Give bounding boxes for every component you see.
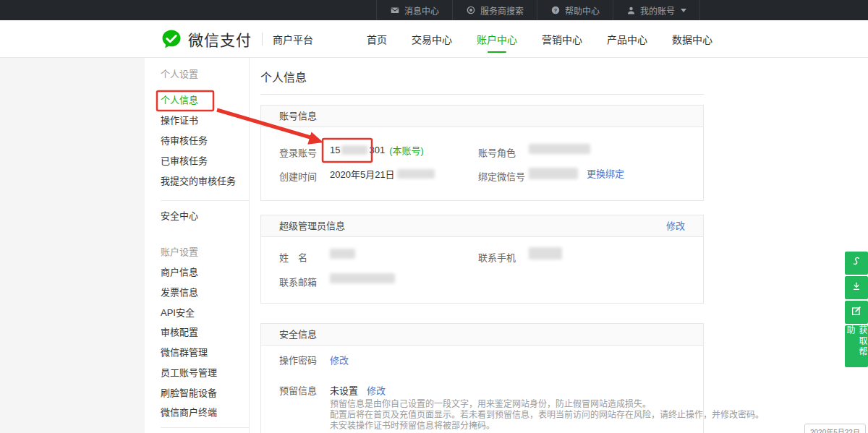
svg-text:?: ? (554, 8, 557, 13)
download-button[interactable] (845, 276, 868, 299)
sidebar-item-api-security[interactable]: API安全 (161, 308, 195, 318)
sidebar-item-personal-info[interactable]: 个人信息 (161, 95, 198, 106)
redacted-phone (529, 247, 562, 260)
sidebar-section-account-settings: 账户设置 (161, 247, 198, 257)
hotline-button[interactable] (845, 252, 868, 275)
floating-toolbar: 获取帮助 (845, 252, 868, 367)
rebind-link[interactable]: 更换绑定 (587, 166, 624, 180)
nav-label: 交易中心 (412, 32, 452, 46)
sidebar-item-review-config[interactable]: 审核配置 (161, 327, 198, 338)
date-badge: 2020年5月22日 (804, 424, 866, 433)
sidebar-item-wechat-merchant-terminal[interactable]: 微信商户终端 (161, 408, 217, 418)
brand-block: 微信支付 商户平台 (161, 20, 313, 58)
name-value (330, 249, 355, 259)
super-admin-card-header: 超级管理员信息 修改 (261, 215, 703, 237)
main-header: 微信支付 商户平台 首页 交易中心 账户中心 营销中心 产品中心 数据中心 (0, 20, 868, 58)
sidebar-divider (161, 200, 249, 201)
contact-phone-value (529, 247, 562, 260)
reserved-modify-link[interactable]: 修改 (367, 383, 386, 397)
redacted-created-time (397, 169, 435, 179)
super-admin-card: 超级管理员信息 修改 姓 名 联系手机 联系邮箱 (260, 215, 704, 304)
sidebar-item-security-center[interactable]: 安全中心 (161, 211, 198, 221)
operation-password-value: 修改 (330, 353, 349, 366)
redacted-wechat-id (529, 168, 578, 179)
chevron-down-icon (681, 9, 686, 12)
get-help-button[interactable]: 获取帮助 (845, 325, 868, 367)
contact-email-value (330, 273, 395, 283)
nav-item-home[interactable]: 首页 (367, 20, 387, 58)
sidebar-divider (161, 427, 249, 428)
topbar-item-help-center[interactable]: ? 帮助中心 (537, 0, 613, 20)
created-time-label: 创建时间 (279, 169, 317, 183)
bound-wechat-label: 绑定微信号 (478, 169, 525, 183)
merchant-platform-page: 消息中心 服务商搜索 ? 帮助中心 我的账号 微信支付 商户平台 (0, 0, 868, 433)
redacted-login-middle (341, 145, 367, 155)
sidebar-section-personal-settings: 个人设置 (161, 69, 198, 80)
feedback-button[interactable] (845, 301, 868, 324)
reserved-info-desc-line: 预留信息是由你自己设置的一段文字，用来鉴定网站身份，防止假冒网站造成损失。 (330, 399, 651, 410)
redacted-email (330, 273, 395, 283)
nav-item-transaction-center[interactable]: 交易中心 (412, 20, 452, 58)
sidebar-item-merchant-info[interactable]: 商户信息 (161, 267, 198, 278)
password-modify-link[interactable]: 修改 (330, 353, 349, 366)
user-icon (626, 6, 636, 15)
utility-topbar: 消息中心 服务商搜索 ? 帮助中心 我的账号 (0, 0, 868, 20)
reserved-info-label: 预留信息 (279, 383, 317, 397)
sidebar-item-invoice-info[interactable]: 发票信息 (161, 288, 198, 298)
security-info-card: 安全信息 操作密码 修改 预留信息 未设置 修改 预留信息是由你自己设置的一段文… (260, 323, 704, 433)
redacted-role (529, 144, 590, 154)
bound-wechat-value: 更换绑定 (529, 166, 624, 180)
redacted-name (330, 249, 355, 259)
nav-label: 营销中心 (542, 32, 582, 46)
topbar-item-provider-search[interactable]: 服务商搜索 (452, 0, 537, 20)
sidebar-item-reviewed-tasks[interactable]: 已审核任务 (161, 156, 208, 166)
wechat-pay-logo-icon (161, 28, 182, 50)
created-date-text: 2020年5月21日 (330, 167, 395, 181)
nav-label: 首页 (367, 32, 387, 46)
login-number-suffix: 301 (369, 145, 385, 155)
topbar-item-message-center[interactable]: 消息中心 (376, 0, 452, 20)
topbar-item-my-account[interactable]: 我的账号 (613, 0, 700, 20)
login-number-prefix: 15 (330, 145, 340, 155)
card-title: 安全信息 (279, 329, 317, 340)
contact-email-label: 联系邮箱 (279, 275, 317, 288)
login-account-label: 登录账号 (279, 145, 317, 159)
sidebar-item-operation-certificate[interactable]: 操作证书 (161, 116, 198, 126)
admin-modify-link[interactable]: 修改 (666, 215, 685, 236)
search-ring-icon (466, 5, 476, 15)
nav-label: 账户中心 (477, 32, 517, 46)
sidebar-item-face-smart-device[interactable]: 刷脸智能设备 (161, 388, 217, 398)
main-content: 个人信息 账号信息 登录账号 15301 (本账号) 账号角色 创建时间 202… (260, 58, 704, 433)
account-info-card: 账号信息 登录账号 15301 (本账号) 账号角色 创建时间 2020年5月2… (260, 105, 704, 201)
topbar-item-label: 我的账号 (640, 4, 675, 17)
nav-label: 产品中心 (607, 32, 647, 46)
reserved-info-value: 未设置 修改 (330, 383, 386, 397)
account-role-label: 账号角色 (478, 145, 516, 159)
nav-label: 数据中心 (672, 32, 712, 46)
primary-nav: 首页 交易中心 账户中心 营销中心 产品中心 数据中心 (367, 20, 712, 58)
created-time-value: 2020年5月21日 (330, 167, 435, 181)
envelope-icon (390, 5, 400, 15)
title-divider (260, 94, 704, 95)
nav-item-data-center[interactable]: 数据中心 (672, 20, 712, 58)
sidebar: 个人设置 个人信息 操作证书 待审核任务 已审核任务 我提交的审核任务 安全中心… (145, 58, 250, 433)
sidebar-item-wechat-group-management[interactable]: 微信群管理 (161, 348, 208, 358)
topbar-group: 消息中心 服务商搜索 ? 帮助中心 我的账号 (376, 0, 700, 20)
account-role-value (529, 144, 590, 154)
nav-item-product-center[interactable]: 产品中心 (607, 20, 647, 58)
operation-password-label: 操作密码 (279, 353, 317, 366)
sidebar-item-my-submitted-tasks[interactable]: 我提交的审核任务 (161, 176, 236, 187)
brand-separator (262, 33, 263, 46)
active-nav-underline (488, 51, 506, 53)
brand-name: 微信支付 (188, 28, 252, 50)
card-title: 账号信息 (279, 111, 317, 121)
nav-item-marketing-center[interactable]: 营销中心 (542, 20, 582, 58)
sidebar-item-staff-account-management[interactable]: 员工账号管理 (161, 368, 217, 378)
card-title: 超级管理员信息 (279, 220, 345, 231)
topbar-item-label: 服务商搜索 (480, 4, 524, 17)
topbar-item-label: 帮助中心 (565, 4, 600, 17)
question-circle-icon: ? (550, 5, 561, 15)
sidebar-item-pending-review-tasks[interactable]: 待审核任务 (161, 136, 208, 146)
nav-item-account-center[interactable]: 账户中心 (477, 20, 517, 58)
get-help-label: 获取帮助 (844, 325, 868, 367)
